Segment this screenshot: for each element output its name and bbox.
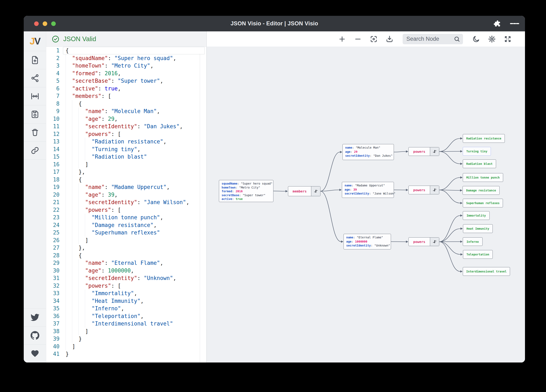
line-number: 9 — [46, 107, 62, 115]
line-number: 1 — [46, 47, 62, 54]
code-line[interactable]: 12 "powers": [ — [46, 130, 206, 138]
code-line[interactable]: 2 "squadName": "Super hero squad", — [46, 54, 206, 62]
code-line[interactable]: 35 "Inferno", — [46, 305, 206, 312]
code-line[interactable]: 21 "secretIdentity": "Jane Wilson", — [46, 198, 206, 206]
code-line[interactable]: 14 "Turning tiny", — [46, 145, 206, 153]
code-line[interactable]: 16 ] — [46, 161, 206, 168]
graph-node-p2[interactable]: powers — [409, 186, 439, 194]
fullscreen-expand-icon[interactable] — [503, 34, 513, 44]
code-line[interactable]: 30 "age": 1000000, — [46, 267, 206, 275]
center-view-button[interactable] — [24, 87, 46, 105]
code-line[interactable]: 28 { — [46, 252, 206, 259]
code-line[interactable]: 15 "Radiation blast" — [46, 153, 206, 161]
graph-node-l_im[interactable]: Immortality — [463, 211, 490, 220]
dark-mode-moon-icon[interactable] — [471, 34, 481, 44]
graph-node-members[interactable]: members — [288, 186, 320, 196]
code-line[interactable]: 4 "formed": 2016, — [46, 70, 206, 77]
collapse-node-icon[interactable] — [430, 238, 439, 246]
code-line[interactable]: 25 "Superhuman reflexes" — [46, 229, 206, 237]
code-editor[interactable]: 1{2 "squadName": "Super hero squad",3 "h… — [46, 47, 206, 362]
code-line[interactable]: 10 "age": 29, — [46, 115, 206, 123]
code-line[interactable]: 40 ] — [46, 343, 206, 350]
share-graph-button[interactable] — [24, 69, 46, 87]
indent-guide — [85, 290, 85, 328]
graph-node-p3[interactable]: powers — [409, 237, 439, 246]
code-line[interactable]: 36 "Teleportation", — [46, 312, 206, 320]
code-line[interactable]: 29 "name": "Eternal Flame", — [46, 259, 206, 267]
code-line[interactable]: 24 "Damage resistance", — [46, 221, 206, 229]
code-line[interactable]: 27 }, — [46, 244, 206, 252]
graph-node-l_inf[interactable]: Inferno — [463, 237, 482, 246]
indent-guide — [85, 214, 85, 237]
delete-button[interactable] — [24, 123, 46, 141]
graph-node-m1[interactable]: name: "Molecule Man"age: 29secretIdentit… — [343, 144, 394, 160]
code-line[interactable]: 37 "Interdimensional travel" — [46, 320, 206, 328]
editor-scrollbar[interactable] — [200, 54, 200, 362]
code-line[interactable]: 3 "homeTown": "Metro City", — [46, 62, 206, 70]
github-button[interactable] — [24, 326, 46, 344]
graph-canvas[interactable]: squadName: "Super hero squad"homeTown: "… — [207, 32, 525, 362]
center-focus-button[interactable] — [369, 34, 378, 44]
line-number: 22 — [46, 206, 62, 214]
graph-node-l_it[interactable]: Interdimensional travel — [463, 267, 510, 276]
graph-node-l_dr[interactable]: Damage resistance — [462, 186, 500, 195]
code-line[interactable]: 41} — [46, 350, 206, 358]
graph-node-l_tp[interactable]: Teleportation — [463, 250, 493, 259]
graph-node-l_tt[interactable]: Turning tiny — [463, 147, 491, 156]
zoom-in-button[interactable] — [337, 34, 347, 44]
minimize-window-button[interactable] — [43, 21, 47, 26]
settings-gear-icon[interactable] — [487, 34, 497, 44]
app-logo[interactable]: JV — [24, 32, 46, 51]
code-line[interactable]: 31 "secretIdentity": "Unknown", — [46, 274, 206, 282]
graph-node-l_rb[interactable]: Radiation blast — [463, 159, 496, 168]
code-line[interactable]: 23 "Million tonne punch", — [46, 214, 206, 221]
code-line[interactable]: 22 "powers": [ — [46, 206, 206, 214]
code-line[interactable]: 6 "active": true, — [46, 85, 206, 93]
graph-node-m2[interactable]: name: "Madame Uppercut"age: 39secretIden… — [342, 182, 394, 198]
graph-node-l_rr[interactable]: Radiation resistance — [463, 134, 505, 143]
graph-node-m3[interactable]: name: "Eternal Flame"age: 1000000secretI… — [344, 234, 391, 249]
titlebar: JSON Visio - Editor | JSON Visio — [24, 16, 525, 32]
search-icon[interactable] — [453, 36, 461, 44]
graph-node-root[interactable]: squadName: "Super hero squad"homeTown: "… — [219, 180, 273, 202]
code-line[interactable]: 13 "Radiation resistance", — [46, 138, 206, 145]
twitter-button[interactable] — [24, 308, 46, 326]
code-line[interactable]: 1{ — [46, 47, 206, 54]
code-line[interactable]: 38 ] — [46, 328, 206, 335]
code-line[interactable]: 5 "secretBase": "Super tower", — [46, 77, 206, 85]
collapse-node-icon[interactable] — [430, 147, 439, 156]
graph-node-l_hi[interactable]: Heat Immunity — [463, 224, 493, 233]
code-line[interactable]: 39 } — [46, 335, 206, 343]
zoom-out-button[interactable] — [353, 34, 363, 44]
new-document-button[interactable] — [24, 51, 46, 69]
line-number: 7 — [46, 92, 62, 100]
code-line[interactable]: 19 "name": "Madame Uppercut", — [46, 183, 206, 191]
save-button[interactable] — [24, 105, 46, 123]
code-line[interactable]: 18 { — [46, 176, 206, 183]
menu-icon[interactable] — [510, 19, 519, 28]
graph-panel[interactable]: squadName: "Super hero squad"homeTown: "… — [206, 32, 525, 362]
extensions-puzzle-icon[interactable] — [493, 19, 502, 28]
code-line[interactable]: 20 "age": 39, — [46, 191, 206, 199]
graph-node-l_mtp[interactable]: Million tonne punch — [463, 173, 503, 182]
collapse-node-icon[interactable] — [311, 186, 320, 196]
valid-check-icon — [52, 35, 59, 43]
graph-node-p1[interactable]: powers — [409, 147, 439, 156]
code-line[interactable]: 7 "members": [ — [46, 92, 206, 100]
code-line[interactable]: 26 ] — [46, 237, 206, 244]
download-image-button[interactable] — [385, 34, 394, 44]
code-line[interactable]: 17 }, — [46, 168, 206, 176]
collapse-node-icon[interactable] — [430, 186, 439, 194]
line-number: 13 — [46, 138, 62, 145]
share-link-button[interactable] — [24, 141, 46, 159]
graph-node-l_sr[interactable]: Superhuman reflexes — [463, 199, 503, 208]
code-line[interactable]: 9 "name": "Molecule Man", — [46, 107, 206, 115]
code-line[interactable]: 34 "Heat Immunity", — [46, 297, 206, 305]
code-line[interactable]: 32 "powers": [ — [46, 282, 206, 290]
sponsor-heart-button[interactable] — [24, 344, 46, 362]
zoom-window-button[interactable] — [51, 21, 56, 26]
code-line[interactable]: 11 "secretIdentity": "Dan Jukes", — [46, 123, 206, 130]
close-window-button[interactable] — [34, 21, 39, 26]
code-line[interactable]: 8 { — [46, 100, 206, 108]
code-line[interactable]: 33 "Immortality", — [46, 290, 206, 297]
